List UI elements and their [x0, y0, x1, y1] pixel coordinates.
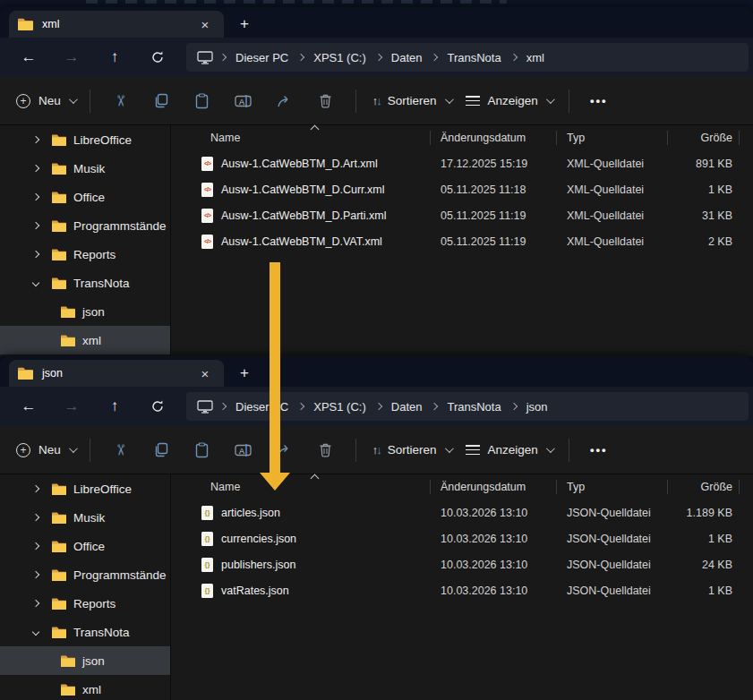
column-header-type[interactable]: Typ: [556, 474, 667, 499]
file-date: 10.03.2026 13:10: [430, 585, 556, 597]
breadcrumb-item[interactable]: XPS1 (C:): [305, 51, 374, 64]
column-header-name[interactable]: Name: [175, 125, 430, 150]
copy-button[interactable]: [141, 434, 181, 466]
sidebar-item-xml[interactable]: xml: [0, 326, 170, 354]
file-row[interactable]: </>Ausw-1.CatWebBTM_D.VAT.xml 05.11.2025…: [175, 228, 753, 254]
column-header-size[interactable]: Größe: [667, 125, 740, 150]
column-header-date[interactable]: Änderungsdatum: [430, 125, 556, 150]
scissors-icon: ✂: [110, 94, 129, 107]
rename-button[interactable]: A: [224, 434, 263, 466]
chevron-right-icon[interactable]: [29, 137, 43, 142]
view-button[interactable]: Anzeigen: [458, 94, 560, 107]
tab-close-icon[interactable]: ×: [195, 17, 215, 32]
tab-close-icon[interactable]: ×: [195, 366, 215, 381]
chevron-down-icon: [69, 444, 78, 453]
new-tab-button[interactable]: +: [231, 11, 258, 38]
chevron-down-icon[interactable]: [29, 629, 43, 635]
chevron-right-icon[interactable]: [29, 223, 43, 228]
more-options-button[interactable]: •••: [579, 434, 619, 466]
sidebar-item-transnota[interactable]: TransNota: [0, 269, 170, 297]
copy-button[interactable]: [141, 85, 181, 117]
sidebar-item-json[interactable]: json: [0, 646, 170, 675]
tab-json[interactable]: json ×: [9, 360, 224, 387]
sidebar-item-programmstaende[interactable]: Programmstände: [0, 211, 170, 240]
folder-icon: [18, 18, 33, 30]
tab-xml[interactable]: xml ×: [9, 11, 224, 38]
chevron-right-icon[interactable]: [29, 194, 43, 200]
sidebar-item-libreoffice[interactable]: LibreOffice: [0, 474, 170, 503]
column-header-date[interactable]: Änderungsdatum: [430, 474, 556, 499]
breadcrumb-item[interactable]: Daten: [383, 400, 431, 414]
paste-button[interactable]: [183, 85, 222, 117]
view-button[interactable]: Anzeigen: [458, 443, 560, 457]
breadcrumb-item[interactable]: Daten: [383, 51, 431, 64]
new-tab-button[interactable]: +: [231, 360, 258, 387]
column-header-name[interactable]: Name: [175, 474, 430, 499]
sidebar-item-label: Reports: [73, 597, 116, 610]
sidebar-item-office[interactable]: Office: [0, 183, 170, 211]
breadcrumb-item[interactable]: TransNota: [439, 400, 509, 414]
up-button[interactable]: ↑: [98, 392, 131, 421]
sidebar-item-xml[interactable]: xml: [0, 675, 170, 700]
chevron-right-icon[interactable]: [29, 543, 43, 549]
chevron-right-icon: [509, 403, 517, 410]
ellipsis-icon: •••: [590, 443, 608, 457]
sidebar-item-musik[interactable]: Musik: [0, 503, 170, 532]
forward-button[interactable]: →: [56, 43, 88, 72]
refresh-button[interactable]: [141, 392, 174, 421]
file-row[interactable]: </>Ausw-1.CatWebBTM_D.Curr.xml 05.11.202…: [175, 176, 753, 202]
sort-button[interactable]: ↑↓ Sortieren: [365, 94, 458, 107]
file-row[interactable]: </>Ausw-1.CatWebBTM_D.Art.xml 17.12.2025…: [175, 150, 753, 176]
cut-button[interactable]: ✂: [100, 85, 140, 117]
back-button[interactable]: ←: [13, 392, 45, 421]
chevron-right-icon[interactable]: [29, 572, 43, 577]
paste-button[interactable]: [183, 434, 222, 466]
refresh-button[interactable]: [141, 43, 174, 72]
chevron-right-icon[interactable]: [29, 515, 43, 520]
up-button[interactable]: ↑: [98, 43, 131, 72]
back-button[interactable]: ←: [13, 43, 45, 72]
cut-button[interactable]: ✂: [100, 434, 140, 466]
sidebar-item-reports[interactable]: Reports: [0, 240, 170, 269]
view-lines-icon: [466, 445, 480, 456]
rename-button[interactable]: A: [224, 85, 263, 117]
sidebar-item-libreoffice[interactable]: LibreOffice: [0, 125, 170, 154]
new-button[interactable]: + Neu: [11, 443, 81, 457]
sidebar-item-json[interactable]: json: [0, 297, 170, 326]
sidebar-item-office[interactable]: Office: [0, 532, 170, 560]
chevron-right-icon[interactable]: [29, 166, 43, 171]
sort-button[interactable]: ↑↓ Sortieren: [365, 443, 458, 457]
chevron-right-icon[interactable]: [29, 252, 43, 257]
file-row[interactable]: {}publishers.json 10.03.2026 13:10 JSON-…: [175, 551, 753, 577]
chevron-right-icon[interactable]: [29, 601, 43, 606]
file-row[interactable]: {}articles.json 10.03.2026 13:10 JSON-Qu…: [175, 499, 753, 525]
folder-icon: [52, 541, 66, 552]
file-row[interactable]: {}currencies.json 10.03.2026 13:10 JSON-…: [175, 525, 753, 551]
breadcrumb-item[interactable]: Dieser PC: [227, 51, 296, 64]
delete-button[interactable]: [306, 434, 346, 466]
chevron-down-icon[interactable]: [29, 280, 43, 286]
forward-button[interactable]: →: [56, 392, 88, 421]
new-button[interactable]: + Neu: [11, 94, 81, 108]
share-button[interactable]: [265, 85, 304, 117]
sidebar-item-musik[interactable]: Musik: [0, 154, 170, 183]
file-row[interactable]: {}vatRates.json 10.03.2026 13:10 JSON-Qu…: [175, 577, 753, 603]
breadcrumb-item[interactable]: XPS1 (C:): [305, 400, 374, 414]
share-button[interactable]: [265, 434, 304, 466]
breadcrumb-item[interactable]: Dieser PC: [227, 400, 296, 414]
column-header-size[interactable]: Größe: [667, 474, 740, 499]
more-options-button[interactable]: •••: [579, 85, 619, 117]
chevron-right-icon: [431, 54, 438, 61]
chevron-right-icon[interactable]: [29, 486, 43, 491]
column-header-type[interactable]: Typ: [556, 125, 667, 150]
file-row[interactable]: </>Ausw-1.CatWebBTM_D.Parti.xml 05.11.20…: [175, 202, 753, 228]
this-pc-icon: [197, 51, 213, 64]
sidebar-item-programmstaende[interactable]: Programmstände: [0, 560, 170, 589]
sidebar-item-transnota[interactable]: TransNota: [0, 618, 170, 646]
breadcrumb-item-current[interactable]: xml: [518, 51, 552, 64]
delete-button[interactable]: [306, 85, 346, 117]
breadcrumb-item-current[interactable]: json: [518, 400, 556, 414]
sidebar-item-reports[interactable]: Reports: [0, 589, 170, 618]
file-type: JSON-Quelldatei: [556, 559, 667, 571]
breadcrumb-item[interactable]: TransNota: [439, 51, 509, 64]
